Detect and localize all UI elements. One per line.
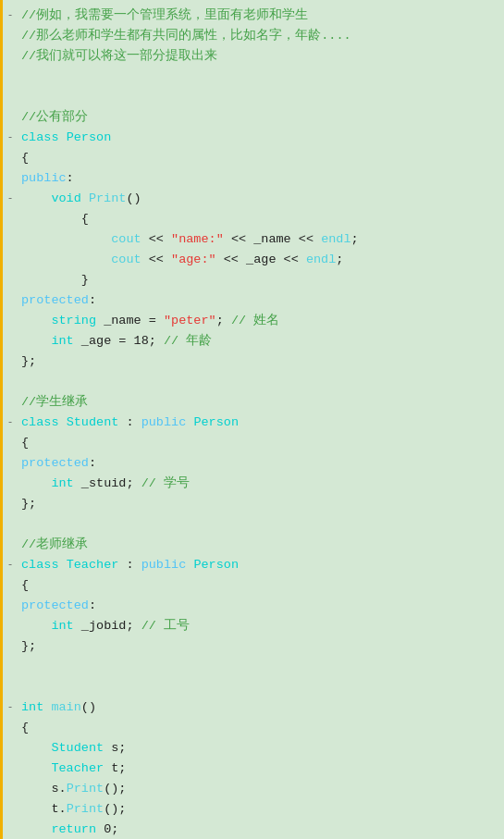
code-line: Student s; (0, 738, 504, 759)
fold-gutter (3, 148, 18, 150)
yellow-bar (0, 0, 3, 839)
code-content: //那么老师和学生都有共同的属性，比如名字，年龄.... (18, 26, 504, 46)
fold-gutter (3, 168, 18, 170)
fold-gutter[interactable]: - (3, 697, 18, 716)
code-content (18, 67, 504, 87)
code-content: s.Print(); (18, 779, 504, 799)
code-line: public: (0, 168, 504, 189)
code-line: }; (0, 352, 504, 372)
code-line: t.Print(); (0, 799, 504, 820)
code-content (18, 87, 504, 107)
fold-gutter (3, 67, 18, 68)
fold-gutter (3, 514, 18, 516)
fold-gutter (3, 657, 18, 659)
code-line (0, 677, 504, 697)
fold-gutter (3, 352, 18, 353)
code-content: class Teacher : public Person (18, 555, 504, 575)
fold-gutter (3, 290, 18, 292)
code-content: { (18, 433, 504, 453)
fold-gutter (3, 820, 18, 821)
code-line: { (0, 575, 504, 596)
code-line: int _stuid; // 学号 (0, 474, 504, 494)
code-line: cout << "name:" << _name << endl; (0, 229, 504, 250)
code-line: string _name = "peter"; // 姓名 (0, 311, 504, 331)
fold-gutter (3, 26, 18, 28)
code-content: void Print() (18, 189, 504, 209)
fold-gutter[interactable]: - (3, 413, 18, 431)
code-content: int main() (18, 697, 504, 718)
code-line: int _age = 18; // 年龄 (0, 331, 504, 352)
code-content: cout << "age:" << _age << endl; (18, 250, 504, 270)
code-line: protected: (0, 453, 504, 474)
code-content: //我们就可以将这一部分提取出来 (18, 46, 504, 67)
code-content: public: (18, 168, 504, 189)
code-content: }; (18, 636, 504, 657)
code-line: int _jobid; // 工号 (0, 616, 504, 636)
code-line: { (0, 209, 504, 229)
code-content (18, 657, 504, 677)
fold-gutter[interactable]: - (3, 555, 18, 574)
code-line (0, 372, 504, 392)
fold-gutter (3, 738, 18, 740)
code-content: protected: (18, 290, 504, 311)
fold-gutter (3, 596, 18, 598)
fold-gutter (3, 779, 18, 781)
code-content: protected: (18, 596, 504, 616)
code-content: { (18, 148, 504, 168)
fold-gutter (3, 250, 18, 252)
code-content (18, 514, 504, 535)
code-content: //老师继承 (18, 535, 504, 555)
fold-gutter[interactable]: - (3, 6, 18, 24)
code-line: }; (0, 636, 504, 657)
code-line: //我们就可以将这一部分提取出来 (0, 46, 504, 67)
fold-gutter (3, 107, 18, 109)
code-line: -//例如，我需要一个管理系统，里面有老师和学生 (0, 6, 504, 26)
code-content: }; (18, 494, 504, 514)
code-content: Student s; (18, 738, 504, 759)
fold-gutter (3, 453, 18, 455)
fold-gutter (3, 759, 18, 760)
code-line: } (0, 270, 504, 290)
code-content: { (18, 718, 504, 738)
code-line: //学生继承 (0, 392, 504, 413)
fold-gutter (3, 392, 18, 394)
code-line: { (0, 718, 504, 738)
code-content (18, 372, 504, 392)
code-content: } (18, 270, 504, 290)
fold-gutter (3, 229, 18, 231)
code-content: return 0; (18, 820, 504, 839)
fold-gutter (3, 474, 18, 475)
fold-gutter[interactable]: - (3, 189, 18, 207)
code-line: - void Print() (0, 189, 504, 209)
code-content: protected: (18, 453, 504, 474)
code-line (0, 514, 504, 535)
fold-gutter (3, 46, 18, 48)
code-content: { (18, 209, 504, 229)
fold-gutter (3, 616, 18, 618)
fold-gutter (3, 209, 18, 211)
fold-gutter (3, 636, 18, 638)
code-line (0, 87, 504, 107)
code-line: -class Teacher : public Person (0, 555, 504, 575)
fold-gutter (3, 799, 18, 801)
code-content: class Student : public Person (18, 413, 504, 433)
code-content: //例如，我需要一个管理系统，里面有老师和学生 (18, 6, 504, 26)
fold-gutter (3, 718, 18, 720)
code-line: //公有部分 (0, 107, 504, 128)
code-lines: -//例如，我需要一个管理系统，里面有老师和学生//那么老师和学生都有共同的属性… (0, 6, 504, 839)
code-line: -class Person (0, 128, 504, 148)
code-line: { (0, 148, 504, 168)
fold-gutter[interactable]: - (3, 128, 18, 146)
code-content: string _name = "peter"; // 姓名 (18, 311, 504, 331)
code-line: protected: (0, 290, 504, 311)
code-content: int _age = 18; // 年龄 (18, 331, 504, 352)
fold-gutter (3, 87, 18, 89)
code-content: int _jobid; // 工号 (18, 616, 504, 636)
code-content: { (18, 575, 504, 596)
code-line: //那么老师和学生都有共同的属性，比如名字，年龄.... (0, 26, 504, 46)
code-line: //老师继承 (0, 535, 504, 555)
code-content: Teacher t; (18, 759, 504, 779)
fold-gutter (3, 270, 18, 272)
code-container: -//例如，我需要一个管理系统，里面有老师和学生//那么老师和学生都有共同的属性… (0, 0, 504, 839)
code-line: -class Student : public Person (0, 413, 504, 433)
